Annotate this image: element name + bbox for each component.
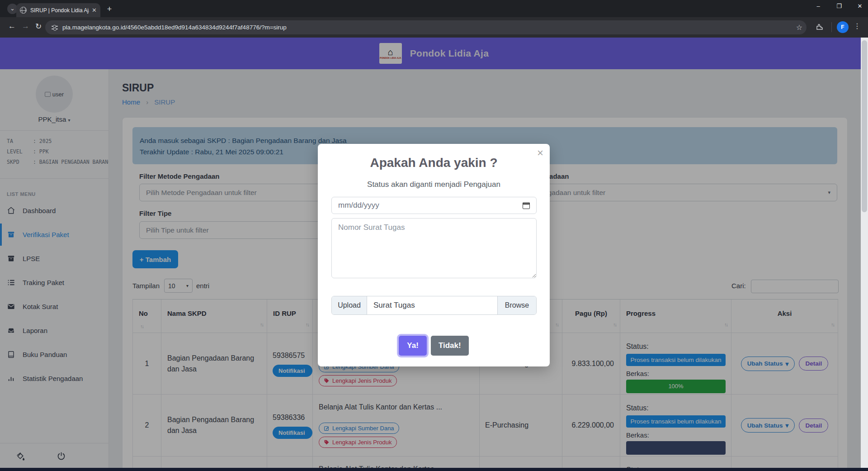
modal-title: Apakah Anda yakin ?: [318, 156, 550, 170]
nomor-surat-tugas-textarea[interactable]: [331, 218, 537, 278]
forward-icon[interactable]: →: [22, 22, 29, 31]
site-info-icon[interactable]: [52, 25, 58, 30]
upload-file-group: Upload Surat Tugas Browse: [331, 296, 537, 315]
tab-close-icon[interactable]: ✕: [92, 7, 97, 14]
browser-tab-strip: ⌄ SIRUP | Pondok Lidia Aja ✕ + – ❐ ✕: [0, 0, 868, 17]
browser-tab[interactable]: SIRUP | Pondok Lidia Aja ✕: [16, 3, 100, 17]
back-icon[interactable]: ←: [8, 22, 16, 31]
modal-subtitle: Status akan diganti menjadi Pengajuan: [318, 180, 550, 189]
modal-close-icon[interactable]: ×: [537, 147, 543, 158]
scrollbar-thumb[interactable]: [862, 40, 867, 212]
new-tab-button[interactable]: +: [104, 5, 115, 14]
url-bar[interactable]: pla.magelangkota.go.id/4560e5abdd18ed9d9…: [45, 20, 807, 34]
confirmation-modal: × Apakah Anda yakin ? Status akan digant…: [318, 144, 550, 366]
calendar-icon[interactable]: [523, 202, 530, 209]
browse-button[interactable]: Browse: [497, 296, 536, 314]
globe-icon: [20, 7, 27, 14]
browser-profile-avatar[interactable]: F: [837, 21, 849, 33]
window-minimize-button[interactable]: –: [814, 3, 823, 10]
page-scrollbar[interactable]: [861, 38, 868, 471]
upload-filename[interactable]: Surat Tugas: [367, 296, 497, 314]
screen: ⌄ SIRUP | Pondok Lidia Aja ✕ + – ❐ ✕ ← →…: [0, 0, 868, 471]
url-text: pla.magelangkota.go.id/4560e5abdd18ed9d9…: [62, 24, 800, 31]
toolbar-separator: [831, 22, 832, 32]
confirm-yes-button[interactable]: Ya!: [399, 336, 427, 356]
bookmark-star-icon[interactable]: ☆: [796, 23, 802, 32]
browser-toolbar: ← → ↻ pla.magelangkota.go.id/4560e5abdd1…: [0, 17, 868, 38]
date-placeholder: mm/dd/yyyy: [338, 201, 379, 210]
tab-title: SIRUP | Pondok Lidia Aja: [30, 7, 89, 14]
window-close-button[interactable]: ✕: [855, 3, 864, 10]
browser-menu-icon[interactable]: ⋮: [854, 22, 861, 30]
upload-prefix-label: Upload: [332, 296, 367, 314]
window-bottom-edge: [0, 468, 868, 471]
reload-icon[interactable]: ↻: [35, 22, 42, 31]
extensions-icon[interactable]: [816, 23, 824, 31]
cancel-no-button[interactable]: Tidak!: [431, 336, 469, 356]
date-input[interactable]: mm/dd/yyyy: [331, 197, 537, 214]
window-restore-button[interactable]: ❐: [835, 3, 844, 10]
